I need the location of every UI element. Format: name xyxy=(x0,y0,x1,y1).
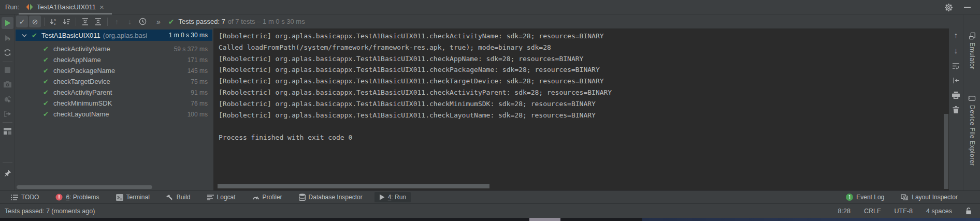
android-run-config-icon xyxy=(26,4,33,10)
test-passed-icon: ✔ xyxy=(43,78,49,85)
test-status-line: ✔ Tests passed: 7 of 7 tests – 1 m 0 s 3… xyxy=(168,18,305,26)
clear-console-trash-icon[interactable] xyxy=(950,104,962,115)
right-tool-strip: Emulator Device File Explorer xyxy=(963,14,980,190)
test-duration: 145 ms xyxy=(188,67,208,75)
toolwindow-label: Emulator xyxy=(969,42,976,69)
test-row-checkTargetDevice[interactable]: ✔checkTargetDevice75 ms xyxy=(16,76,212,87)
toolwindow-label: Layout Inspector xyxy=(912,194,958,201)
test-history-icon[interactable] xyxy=(137,16,149,27)
test-row-checkLayoutName[interactable]: ✔checkLayoutName100 ms xyxy=(16,109,212,120)
test-duration: 75 ms xyxy=(191,78,208,85)
test-row-checkActivityParent[interactable]: ✔checkActivityParent91 ms xyxy=(16,87,212,98)
more-actions-chevron-icon[interactable]: » xyxy=(156,18,160,26)
toolwindow-button-terminal[interactable]: Terminal xyxy=(111,192,154,202)
indent-indicator[interactable]: 4 spaces xyxy=(926,208,952,215)
rerun-failed-tests-icon[interactable]: 9 xyxy=(2,32,13,44)
toolwindow-button-device-file-explorer[interactable]: Device File Explorer xyxy=(963,95,980,166)
console-vertical-scrollbar[interactable] xyxy=(944,114,948,189)
suite-passed-icon: ✔ xyxy=(32,32,37,39)
chevron-down-icon[interactable] xyxy=(22,34,27,37)
check-icon: ✓ xyxy=(19,18,25,26)
toolwindow-label: TODO xyxy=(21,194,39,201)
attach-profiler-icon xyxy=(2,93,13,105)
test-row-checkPackageName[interactable]: ✔checkPackageName145 ms xyxy=(16,65,212,76)
taskbar-fragment xyxy=(642,218,980,221)
test-duration: 91 ms xyxy=(191,89,208,96)
bottom-edge-strip xyxy=(0,218,980,221)
toolwindow-button-event-log[interactable]: 1Event Log xyxy=(841,192,889,202)
test-suite-row[interactable]: ✔ TestA1BasicUIX011 (org.aplas.basi 1 m … xyxy=(16,30,212,41)
toolwindow-button-database-inspector[interactable]: Database Inspector xyxy=(294,192,367,202)
console-line: [Robolectric] org.aplas.basicappx.TestA1… xyxy=(219,110,596,121)
toolwindow-label: Logcat xyxy=(217,194,236,201)
toolwindow-button-todo[interactable]: TODO xyxy=(6,192,44,202)
test-row-checkActivityName[interactable]: ✔checkActivityName59 s 372 ms xyxy=(16,43,212,54)
caret-position[interactable]: 8:28 xyxy=(838,208,851,215)
sort-alphabetically-icon[interactable]: az xyxy=(48,16,60,27)
build-icon xyxy=(166,194,174,201)
hide-tool-window-icon[interactable] xyxy=(964,7,971,8)
suite-package: (org.aplas.basi xyxy=(103,32,147,39)
run-tab-TestA1BasicUIX011[interactable]: TestA1BasicUIX011 × xyxy=(22,0,109,14)
up-the-stack-trace-icon[interactable]: ↑ xyxy=(950,29,962,41)
toolwindow-button-emulator[interactable]: Emulator xyxy=(963,33,980,69)
left-run-rail: 9 xyxy=(0,14,15,190)
console-line: [Robolectric] org.aplas.basicappx.TestA1… xyxy=(219,53,583,65)
test-name: checkAppName xyxy=(53,56,101,64)
rerun-automatically-icon[interactable] xyxy=(2,47,13,58)
toolwindow-bar: TODO6: ProblemsTerminalBuildLogcatProfil… xyxy=(0,190,980,203)
device-file-explorer-icon xyxy=(969,96,976,101)
show-passed-toggle[interactable]: ✓ xyxy=(16,16,28,27)
scroll-to-end-icon[interactable] xyxy=(950,75,962,86)
test-duration: 59 s 372 ms xyxy=(174,46,208,53)
close-tab-icon[interactable]: × xyxy=(99,3,104,11)
collapse-all-icon[interactable] xyxy=(92,16,104,27)
console-horizontal-scrollbar[interactable] xyxy=(218,184,489,188)
layoutinspector-icon xyxy=(901,194,909,201)
sort-by-duration-icon[interactable] xyxy=(61,16,73,27)
test-name: checkActivityParent xyxy=(53,89,112,96)
test-duration: 171 ms xyxy=(188,56,208,64)
console-line: [Robolectric] org.aplas.basicappx.TestA1… xyxy=(219,76,604,87)
tests-passed-count: Tests passed: 7 xyxy=(179,18,225,25)
test-name: checkTargetDevice xyxy=(53,78,110,85)
rail-divider xyxy=(3,62,12,62)
run-label: Run: xyxy=(5,3,19,11)
run-console[interactable]: [Robolectric] org.aplas.basicappx.TestA1… xyxy=(213,28,949,190)
toolwindow-button-profiler[interactable]: Profiler xyxy=(248,192,287,202)
terminal-icon xyxy=(116,194,123,201)
line-ending-indicator[interactable]: CRLF xyxy=(864,208,881,215)
encoding-indicator[interactable]: UTF-8 xyxy=(895,208,913,215)
toolwindow-button-logcat[interactable]: Logcat xyxy=(203,192,240,202)
rail-divider xyxy=(3,122,12,123)
toolwindow-button-run[interactable]: 4: Run xyxy=(374,192,411,202)
console-action-gutter: ↑ ↓ xyxy=(949,14,963,190)
next-failed-test-icon: ↓ xyxy=(124,16,136,27)
down-the-stack-trace-icon[interactable]: ↓ xyxy=(950,45,962,56)
toolwindow-button-layout-inspector[interactable]: Layout Inspector xyxy=(896,192,962,202)
test-row-checkMinimumSDK[interactable]: ✔checkMinimumSDK76 ms xyxy=(16,98,212,109)
tests-passed-detail: of 7 tests – 1 m 0 s 30 ms xyxy=(228,18,305,25)
test-row-checkAppName[interactable]: ✔checkAppName171 ms xyxy=(16,54,212,65)
settings-gear-icon[interactable] xyxy=(945,4,953,11)
soft-wrap-icon[interactable] xyxy=(950,60,962,72)
tree-horizontal-scrollbar[interactable] xyxy=(17,185,152,189)
run-icon xyxy=(379,194,385,200)
console-line: [Robolectric] org.aplas.basicappx.TestA1… xyxy=(219,87,612,98)
show-ignored-toggle[interactable]: ⊘ xyxy=(29,16,41,27)
toolwindow-label: Build xyxy=(177,194,191,201)
expand-all-icon[interactable] xyxy=(79,16,91,27)
restore-layout-icon[interactable] xyxy=(2,125,13,137)
unlock-icon[interactable] xyxy=(965,208,972,215)
print-icon[interactable] xyxy=(950,89,962,101)
console-line: Process finished with exit code 0 xyxy=(219,132,352,143)
toolwindow-button-problems[interactable]: 6: Problems xyxy=(51,192,104,202)
rerun-button[interactable] xyxy=(2,17,13,29)
toolbar-divider xyxy=(107,18,108,26)
logcat-icon xyxy=(207,195,214,200)
test-name: checkActivityName xyxy=(53,45,110,53)
console-line: [Robolectric] org.aplas.basicappx.TestA1… xyxy=(219,98,596,110)
toolwindow-button-build[interactable]: Build xyxy=(162,192,195,202)
pin-tab-icon[interactable] xyxy=(2,167,13,179)
test-passed-icon: ✔ xyxy=(43,99,49,107)
